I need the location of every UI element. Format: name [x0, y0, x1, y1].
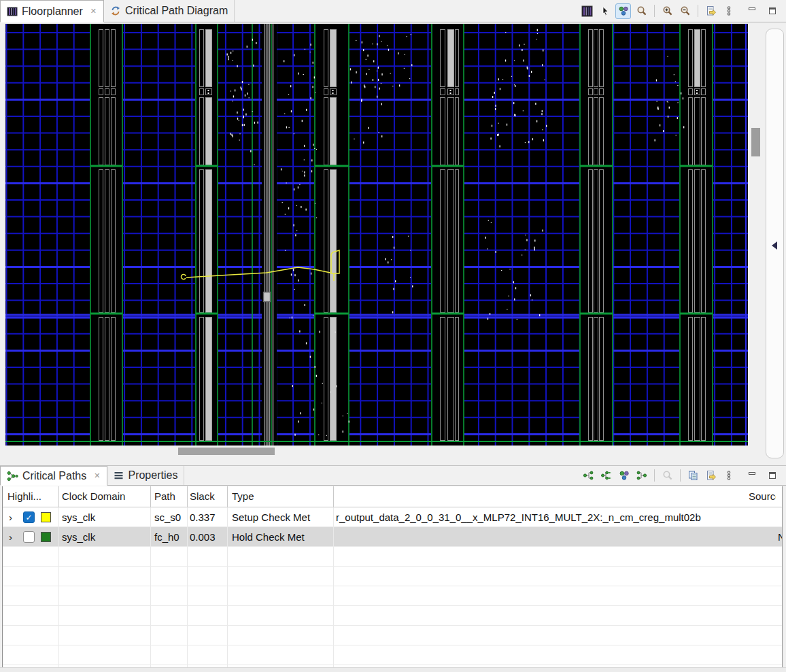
maximize-button[interactable]	[765, 469, 779, 483]
toolbar-separator	[680, 469, 681, 482]
cell-type: Hold Check Met	[232, 527, 305, 547]
table-row[interactable]: ›sys_clkfc_h00.003Hold Check MetN	[3, 527, 782, 547]
toolbar-separator	[654, 469, 655, 482]
close-icon[interactable]: ✕	[90, 6, 97, 16]
magnifier-icon	[636, 5, 647, 16]
cursor-icon	[600, 5, 611, 16]
table-empty-row	[3, 586, 782, 606]
tab-floorplanner[interactable]: Floorplanner ✕	[0, 0, 104, 22]
table-header: Highli... Clock Domain Path Slack Type S…	[3, 486, 782, 507]
cell-slack: 0.337	[190, 507, 216, 527]
maximize-button[interactable]	[765, 4, 779, 18]
minimize-icon	[747, 6, 757, 16]
expand-source-paths-icon	[583, 470, 594, 481]
cell-slack: 0.003	[190, 527, 216, 547]
column-header-source[interactable]: Source	[749, 486, 776, 507]
expand-source-paths-button[interactable]	[581, 469, 596, 483]
path-color-swatch[interactable]	[41, 532, 51, 542]
copy-icon	[687, 470, 699, 481]
cell-clock-domain: sys_clk	[62, 507, 95, 527]
cell-clock-domain: sys_clk	[62, 527, 95, 547]
minimize-button[interactable]	[745, 469, 759, 483]
editor-tab-bar: Floorplanner ✕ Critical Path Diagram	[0, 0, 786, 22]
panel-tab-bar: Critical Paths ✕ Properties	[0, 465, 786, 486]
cell-type: Setup Check Met	[232, 507, 310, 527]
toolbar-separator	[654, 5, 655, 17]
column-header-highlight[interactable]: Highli...	[7, 486, 41, 507]
tab-label: Floorplanner	[22, 5, 83, 18]
tab-critical-paths[interactable]: Critical Paths ✕	[0, 466, 107, 486]
tab-label: Critical Path Diagram	[125, 5, 228, 17]
tab-label: Critical Paths	[22, 470, 86, 482]
bottom-edge-strip	[0, 667, 786, 672]
copy-button[interactable]	[686, 469, 700, 483]
column-header-clock-domain[interactable]: Clock Domain	[62, 486, 125, 507]
table-empty-row	[3, 606, 782, 626]
table-empty-row	[3, 567, 782, 586]
tab-label: Properties	[128, 469, 177, 482]
path-color-swatch[interactable]	[41, 512, 51, 522]
table-body: ›✓sys_clksc_s00.337Setup Check Metr_outp…	[3, 507, 782, 672]
critical-path-diagram-icon	[110, 5, 121, 16]
view-window-buttons	[745, 4, 779, 18]
column-header-type[interactable]: Type	[232, 486, 254, 507]
table-empty-row	[3, 626, 782, 645]
highlight-checkbox[interactable]	[23, 531, 35, 543]
minimize-button[interactable]	[745, 4, 759, 18]
expand-target-paths-button[interactable]	[599, 469, 613, 483]
expand-target-paths-icon	[600, 470, 612, 481]
zoom-out-icon	[680, 5, 691, 16]
column-header-slack[interactable]: Slack	[190, 486, 215, 507]
cell-path: sc_s0	[154, 507, 181, 527]
vertical-scrollbar-thumb[interactable]	[751, 128, 760, 156]
view-menu-icon	[723, 5, 734, 16]
app-window: Floorplanner ✕ Critical Path Diagram	[0, 0, 786, 672]
export-view-button[interactable]	[704, 469, 718, 483]
row-expander-icon[interactable]: ›	[9, 527, 12, 547]
view-menu-icon	[723, 470, 734, 481]
column-header-path[interactable]: Path	[154, 486, 175, 507]
table-row[interactable]: ›✓sys_clksc_s00.337Setup Check Metr_outp…	[3, 507, 782, 527]
export-view-button[interactable]	[704, 4, 718, 18]
minimize-icon	[747, 471, 757, 480]
horizontal-scrollbar-thumb[interactable]	[178, 448, 275, 455]
maximize-icon	[768, 471, 777, 480]
collapse-left-icon[interactable]	[772, 241, 777, 250]
view-menu-button[interactable]	[721, 4, 736, 18]
properties-icon	[114, 470, 124, 481]
cursor-select-button[interactable]	[598, 4, 612, 18]
critical-paths-icon	[7, 471, 18, 482]
show-critical-paths-button[interactable]	[617, 469, 631, 483]
maximize-icon	[768, 6, 777, 16]
floorplanner-toolbar	[580, 0, 786, 22]
search-button[interactable]	[660, 469, 674, 483]
close-icon[interactable]: ✕	[93, 471, 101, 481]
critical-paths-toolbar	[581, 466, 786, 485]
cell-source: N	[778, 531, 783, 543]
zoom-in-icon	[662, 5, 673, 16]
view-window-buttons	[745, 469, 779, 483]
toolbar-separator	[698, 5, 698, 17]
critical-paths-circles-icon	[618, 5, 629, 16]
critical-paths-table: Highli... Clock Domain Path Slack Type S…	[2, 486, 783, 672]
collapsed-side-panel[interactable]	[766, 29, 784, 458]
highlight-checkbox[interactable]: ✓	[23, 511, 35, 523]
minimap-button[interactable]	[580, 4, 594, 18]
collapse-paths-button[interactable]	[634, 469, 649, 483]
zoom-in-button[interactable]	[660, 4, 674, 18]
view-menu-button[interactable]	[721, 469, 736, 483]
row-expander-icon[interactable]: ›	[9, 507, 12, 527]
critical-paths-circles-icon	[619, 470, 630, 481]
zoom-box-button[interactable]	[634, 4, 649, 18]
table-empty-row	[3, 547, 782, 567]
cell-source: r_output_data_2_0_0_31_0__x_MLP72_INT16_…	[336, 511, 701, 523]
floorplanner-view	[0, 22, 786, 465]
zoom-out-button[interactable]	[678, 4, 692, 18]
floorplanner-icon	[7, 6, 18, 17]
floorplan-canvas[interactable]	[5, 24, 748, 446]
collapse-paths-icon	[636, 470, 647, 481]
show-critical-paths-button[interactable]	[615, 3, 631, 19]
cell-path: fc_h0	[154, 527, 180, 547]
tab-properties[interactable]: Properties	[107, 466, 184, 485]
tab-critical-path-diagram[interactable]: Critical Path Diagram	[104, 0, 235, 22]
